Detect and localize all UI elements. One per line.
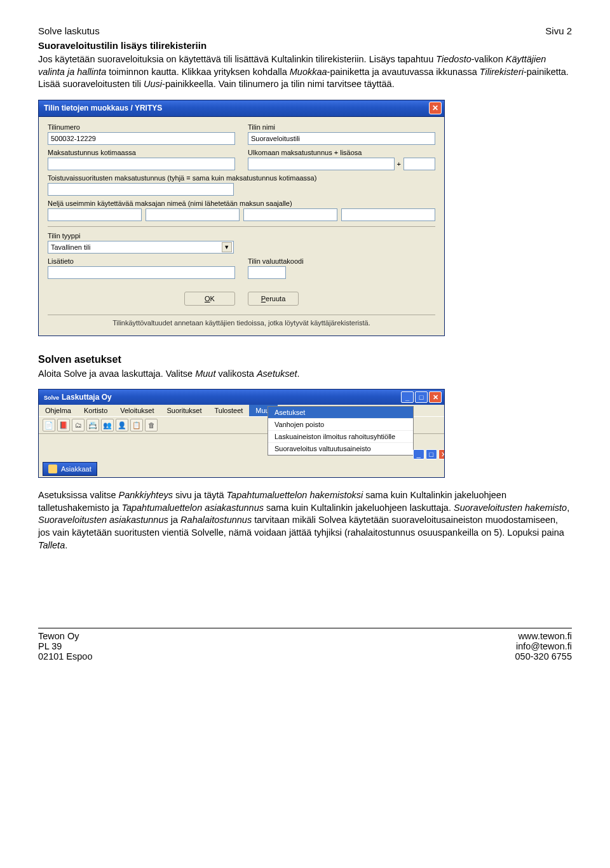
page-footer: Tewon OyPL 3902101 Espoo www.tewon.fiinf…	[38, 628, 572, 661]
header-page: Sivu 2	[545, 25, 572, 36]
nelja-label: Neljä useimmin käytettävää maksajan nime…	[48, 200, 435, 207]
maximize-icon[interactable]: □	[426, 449, 437, 459]
child-window-title: Asiakkaat	[43, 462, 97, 476]
app-icon: Solve	[44, 395, 59, 401]
lisatieto-input[interactable]	[48, 266, 235, 279]
toistuvais-label: Toistuvaissuoritusten maksatustunnus (ty…	[48, 174, 435, 182]
payer-name-4-input[interactable]	[341, 208, 435, 221]
dialog-hint: Tilinkäyttövaltuudet annetaan käyttäjien…	[48, 319, 435, 330]
menu-item-veloitukset[interactable]: Veloitukset	[114, 405, 160, 416]
chevron-down-icon: ▼	[222, 242, 232, 252]
toolbar-icon[interactable]: 📄	[43, 419, 55, 431]
menu-item-kortisto[interactable]: Kortisto	[78, 405, 114, 416]
toolbar-icon[interactable]: 👥	[101, 419, 114, 431]
solve-main-window: SolveLaskuttaja Oy _ □ ✕ OhjelmaKortisto…	[38, 389, 445, 478]
payer-name-1-input[interactable]	[48, 208, 142, 221]
account-edit-dialog: Tilin tietojen muokkaus / YRITYS ✕ Tilin…	[38, 100, 445, 336]
payer-name-3-input[interactable]	[243, 208, 337, 221]
dropdown-item[interactable]: Asetukset	[268, 407, 413, 419]
maksatustunnus-input[interactable]	[48, 158, 235, 170]
menu-item-ohjelma[interactable]: Ohjelma	[39, 405, 78, 416]
minimize-icon[interactable]: _	[413, 449, 424, 459]
tilin-tyyppi-label: Tilin tyyppi	[48, 232, 234, 240]
close-icon[interactable]: ✕	[429, 102, 442, 114]
lisaosa-input[interactable]	[403, 158, 435, 170]
ok-button[interactable]: OK	[184, 292, 235, 306]
toistuvais-input[interactable]	[48, 183, 234, 196]
toolbar-icon[interactable]: 📇	[86, 419, 99, 431]
footer-line: Tewon Oy	[38, 631, 92, 641]
menu-item-suoritukset[interactable]: Suoritukset	[160, 405, 208, 416]
window-titlebar: SolveLaskuttaja Oy _ □ ✕	[39, 390, 444, 405]
toolbar-icon[interactable]: 📕	[57, 419, 70, 431]
ulkomaan-label: Ulkomaan maksatustunnus + lisäosa	[248, 149, 435, 156]
dialog-titlebar: Tilin tietojen muokkaus / YRITYS ✕	[39, 100, 444, 117]
tilin-nimi-label: Tilin nimi	[248, 123, 435, 131]
section2-para: Aloita Solve ja avaa laskuttaja. Valitse…	[38, 368, 572, 381]
valuutta-label: Tilin valuuttakoodi	[248, 257, 435, 265]
section1-title: Suoraveloitustilin lisäys tilirekisterii…	[38, 40, 572, 51]
dropdown-item[interactable]: Laskuaineiston ilmoitus rahoitusyhtiölle	[268, 431, 413, 443]
divider	[48, 226, 435, 227]
maksatustunnus-label: Maksatustunnus kotimaassa	[48, 149, 235, 156]
close-icon[interactable]: ✕	[429, 391, 442, 403]
footer-line: www.tewon.fi	[515, 631, 573, 641]
plus-label: +	[397, 158, 401, 170]
menu-item-tulosteet[interactable]: Tulosteet	[208, 405, 250, 416]
dialog-title: Tilin tietojen muokkaus / YRITYS	[44, 104, 162, 112]
minimize-icon[interactable]: _	[401, 391, 414, 403]
section1-para: Jos käytetään suoraveloituksia on käytet…	[38, 53, 572, 91]
toolbar-icon[interactable]: 🗑	[145, 419, 158, 431]
page-header: Solve laskutus Sivu 2	[38, 25, 572, 36]
footer-line: PL 39	[38, 641, 92, 651]
dropdown-item[interactable]: Suoraveloitus valtuutusaineisto	[268, 443, 413, 455]
maximize-icon[interactable]: □	[415, 391, 428, 403]
toolbar-icon[interactable]: 📋	[130, 419, 143, 431]
valuutta-input[interactable]	[248, 266, 286, 279]
folder-icon	[48, 465, 57, 473]
toolbar-icon[interactable]: 👤	[116, 419, 128, 431]
footer-line: info@tewon.fi	[515, 641, 573, 651]
lisatieto-label: Lisätieto	[48, 257, 235, 265]
tilinumero-input[interactable]: 500032-12229	[48, 132, 235, 145]
footer-line: 02101 Espoo	[38, 651, 92, 661]
cancel-button[interactable]: Peruuta	[248, 292, 299, 306]
window-title: Laskuttaja Oy	[62, 393, 112, 402]
section3-para: Asetuksissa valitse Pankkiyhteys sivu ja…	[38, 489, 572, 552]
tilinumero-label: Tilinumero	[48, 123, 235, 131]
footer-line: 050-320 6755	[515, 651, 573, 661]
tilin-tyyppi-select[interactable]: Tavallinen tili ▼	[48, 241, 234, 254]
toolbar-icon[interactable]: 🗂	[72, 419, 85, 431]
dropdown-item[interactable]: Vanhojen poisto	[268, 419, 413, 431]
muut-dropdown-menu: AsetuksetVanhojen poistoLaskuaineiston i…	[268, 406, 414, 456]
tilin-nimi-input[interactable]: Suoraveloitustili	[248, 132, 435, 145]
close-icon[interactable]: ✕	[438, 449, 445, 459]
section2-title: Solven asetukset	[38, 354, 572, 365]
header-title: Solve laskutus	[38, 25, 100, 36]
payer-name-2-input[interactable]	[146, 208, 240, 221]
ulkomaan-input[interactable]	[248, 158, 395, 170]
